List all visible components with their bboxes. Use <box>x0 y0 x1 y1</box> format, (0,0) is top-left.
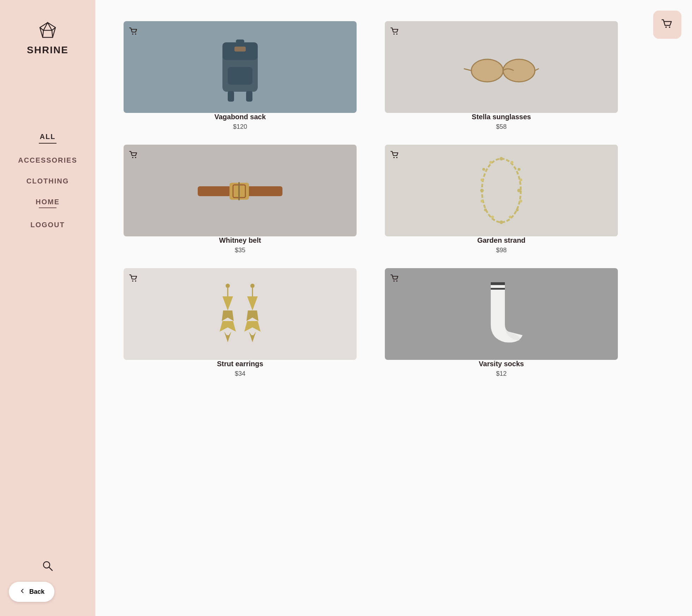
svg-point-41 <box>491 216 494 218</box>
svg-point-43 <box>481 200 483 203</box>
sidebar-item-accessories[interactable]: ACCESSORIES <box>0 150 95 171</box>
svg-point-31 <box>482 159 521 222</box>
product-card-strut-earrings[interactable]: Strut earrings $34 <box>124 268 357 378</box>
product-name-whitney-belt: Whitney belt <box>124 236 357 244</box>
necklace-illustration <box>473 150 530 231</box>
svg-point-29 <box>393 157 395 158</box>
svg-point-8 <box>132 34 133 35</box>
product-card-varsity-socks[interactable]: Varsity socks $12 <box>385 268 618 378</box>
svg-line-2 <box>43 30 43 37</box>
svg-point-35 <box>519 179 522 181</box>
product-name-vagabond-sack: Vagabond sack <box>124 113 357 121</box>
svg-rect-12 <box>228 67 252 85</box>
sidebar-item-logout[interactable]: LOGOUT <box>0 215 95 235</box>
sidebar-nav: ALL ACCESSORIES CLOTHING HOME LOGOUT <box>0 126 95 235</box>
product-image-vagabond-sack <box>124 21 357 113</box>
add-to-cart-icon-earrings[interactable] <box>129 273 140 286</box>
svg-rect-60 <box>491 288 505 290</box>
products-grid: Vagabond sack $120 <box>124 21 618 378</box>
brand-title: SHRINE <box>27 44 68 56</box>
product-price-stella-sunglasses: $58 <box>385 123 618 131</box>
svg-point-49 <box>135 280 136 282</box>
product-image-whitney-belt <box>124 145 357 236</box>
add-to-cart-icon-vagabond[interactable] <box>129 26 140 39</box>
add-to-cart-icon-sunglasses[interactable] <box>390 26 401 39</box>
svg-point-38 <box>516 209 519 211</box>
svg-rect-59 <box>491 285 505 288</box>
sunglasses-illustration <box>463 46 540 88</box>
product-image-garden-strand <box>385 145 618 236</box>
svg-point-45 <box>481 179 483 181</box>
svg-point-24 <box>135 157 136 158</box>
product-price-garden-strand: $98 <box>385 247 618 254</box>
product-card-stella-sunglasses[interactable]: Stella sunglasses $58 <box>385 21 618 131</box>
product-image-stella-sunglasses <box>385 21 618 113</box>
svg-point-6 <box>666 26 667 28</box>
svg-marker-52 <box>224 332 231 342</box>
product-price-whitney-belt: $35 <box>124 247 357 254</box>
product-image-varsity-socks <box>385 268 618 360</box>
product-price-varsity-socks: $12 <box>385 370 618 378</box>
product-price-vagabond-sack: $120 <box>124 123 357 131</box>
svg-point-44 <box>480 189 484 192</box>
svg-point-39 <box>509 216 512 218</box>
belt-illustration <box>194 169 286 212</box>
back-arrow-icon <box>19 587 26 596</box>
svg-point-40 <box>500 221 503 224</box>
product-name-varsity-socks: Varsity socks <box>385 360 618 368</box>
svg-line-3 <box>52 30 53 37</box>
svg-point-57 <box>396 280 398 282</box>
cart-icon <box>661 18 674 32</box>
svg-point-56 <box>393 280 395 282</box>
svg-point-30 <box>396 157 398 158</box>
back-button-label: Back <box>29 588 44 596</box>
svg-rect-15 <box>234 47 246 52</box>
svg-point-32 <box>500 157 503 161</box>
svg-point-34 <box>518 168 520 171</box>
svg-point-17 <box>393 34 395 35</box>
sidebar-item-all[interactable]: ALL <box>0 126 95 150</box>
svg-point-37 <box>519 200 522 203</box>
sidebar-item-clothing[interactable]: CLOTHING <box>0 171 95 192</box>
svg-point-36 <box>517 189 521 192</box>
cart-button[interactable] <box>653 11 681 39</box>
svg-point-50 <box>226 284 230 288</box>
product-card-whitney-belt[interactable]: Whitney belt $35 <box>124 145 357 254</box>
svg-point-7 <box>669 26 670 28</box>
socks-illustration <box>470 275 533 353</box>
product-name-strut-earrings: Strut earrings <box>124 360 357 368</box>
sidebar: SHRINE ALL ACCESSORIES CLOTHING HOME LOG… <box>0 0 95 616</box>
svg-rect-16 <box>236 40 244 43</box>
add-to-cart-icon-necklace[interactable] <box>390 150 401 162</box>
svg-rect-58 <box>491 282 505 285</box>
search-button[interactable] <box>41 560 54 574</box>
logo-icon <box>38 21 57 41</box>
svg-rect-13 <box>228 91 234 102</box>
product-image-strut-earrings <box>124 268 357 360</box>
add-to-cart-icon-belt[interactable] <box>129 150 140 162</box>
svg-point-9 <box>135 34 136 35</box>
main-content: Vagabond sack $120 <box>95 0 692 616</box>
svg-point-33 <box>511 161 513 164</box>
product-name-garden-strand: Garden strand <box>385 236 618 244</box>
svg-point-23 <box>132 157 133 158</box>
earrings-illustration <box>205 275 275 353</box>
svg-rect-14 <box>246 91 252 102</box>
add-to-cart-icon-socks[interactable] <box>390 273 401 286</box>
svg-point-18 <box>396 34 398 35</box>
back-button[interactable]: Back <box>9 582 54 602</box>
svg-point-48 <box>132 280 133 282</box>
product-card-vagabond-sack[interactable]: Vagabond sack $120 <box>124 21 357 131</box>
product-name-stella-sunglasses: Stella sunglasses <box>385 113 618 121</box>
svg-marker-55 <box>249 332 256 342</box>
product-card-garden-strand[interactable]: Garden strand $98 <box>385 145 618 254</box>
backpack-illustration <box>208 32 272 102</box>
sidebar-item-home[interactable]: HOME <box>0 192 95 215</box>
svg-point-42 <box>484 209 487 211</box>
svg-point-46 <box>482 168 485 171</box>
svg-point-47 <box>489 161 492 164</box>
svg-point-53 <box>250 284 255 288</box>
product-price-strut-earrings: $34 <box>124 370 357 378</box>
svg-line-5 <box>49 567 52 570</box>
